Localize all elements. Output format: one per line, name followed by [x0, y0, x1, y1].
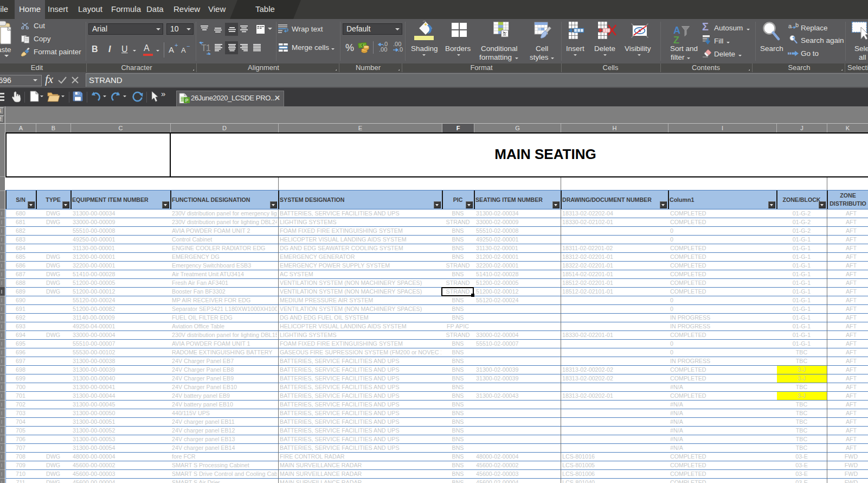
svg-text:P: P: [185, 98, 189, 103]
